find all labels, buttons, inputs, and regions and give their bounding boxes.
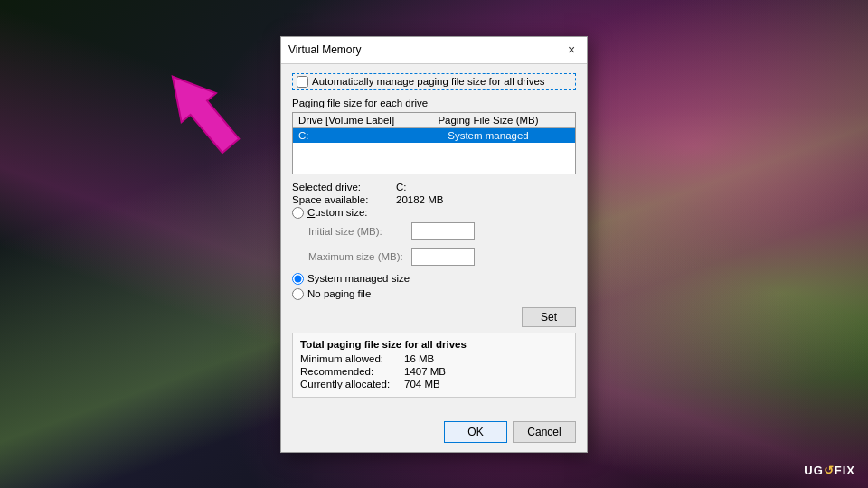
custom-size-radio[interactable] xyxy=(292,207,304,219)
drive-table-row[interactable]: C: System managed xyxy=(293,128,575,143)
drive-table: Drive [Volume Label] Paging File Size (M… xyxy=(292,112,576,174)
virtual-memory-dialog: Virtual Memory × Automatically manage pa… xyxy=(280,36,588,453)
ok-button[interactable]: OK xyxy=(444,421,507,443)
auto-manage-label: Automatically manage paging file size fo… xyxy=(312,76,545,87)
recommended-label: Recommended: xyxy=(300,366,404,377)
maximum-size-input[interactable] xyxy=(411,248,475,266)
recommended-value: 1407 MB xyxy=(404,366,446,377)
minimum-allowed-label: Minimum allowed: xyxy=(300,353,404,364)
recommended-row: Recommended: 1407 MB xyxy=(300,366,568,377)
drive-name-cell: C: xyxy=(298,130,407,141)
drive-table-body: C: System managed xyxy=(293,128,575,174)
space-available-row: Space available: 20182 MB xyxy=(292,194,576,205)
maximum-size-label: Maximum size (MB): xyxy=(308,251,408,262)
no-paging-radio-row: No paging file xyxy=(292,288,576,300)
minimum-allowed-value: 16 MB xyxy=(404,353,434,364)
dialog-title: Virtual Memory xyxy=(288,43,361,56)
selected-drive-row: Selected drive: C: xyxy=(292,182,576,192)
system-managed-label[interactable]: System managed size xyxy=(307,273,410,284)
initial-size-row: Initial size (MB): xyxy=(292,222,576,240)
auto-manage-checkbox[interactable] xyxy=(297,76,308,88)
currently-allocated-row: Currently allocated: 704 MB xyxy=(300,379,568,389)
cancel-button[interactable]: Cancel xyxy=(513,421,576,443)
maximum-size-row: Maximum size (MB): xyxy=(292,248,576,266)
auto-manage-row: Automatically manage paging file size fo… xyxy=(292,73,576,90)
drive-paging-cell: System managed xyxy=(407,130,570,141)
selected-drive-value: C: xyxy=(396,182,407,192)
dialog-overlay: Virtual Memory × Automatically manage pa… xyxy=(0,0,868,488)
space-available-value: 20182 MB xyxy=(396,194,443,205)
no-paging-radio[interactable] xyxy=(292,288,304,300)
custom-size-label[interactable]: Custom size: xyxy=(307,207,367,218)
set-button-row: Set xyxy=(292,307,576,327)
currently-allocated-value: 704 MB xyxy=(404,379,440,389)
col-drive-header: Drive [Volume Label] xyxy=(298,115,407,126)
system-managed-radio[interactable] xyxy=(292,273,304,285)
no-paging-label[interactable]: No paging file xyxy=(307,288,371,299)
selected-drive-label: Selected drive: xyxy=(292,182,396,192)
total-paging-section: Total paging file size for all drives Mi… xyxy=(292,333,576,398)
drive-table-header: Drive [Volume Label] Paging File Size (M… xyxy=(293,113,575,128)
minimum-allowed-row: Minimum allowed: 16 MB xyxy=(300,353,568,364)
dialog-titlebar: Virtual Memory × xyxy=(281,37,587,64)
initial-size-label: Initial size (MB): xyxy=(308,226,408,237)
total-paging-title: Total paging file size for all drives xyxy=(300,339,568,350)
dialog-body: Automatically manage paging file size fo… xyxy=(281,64,587,416)
initial-size-input[interactable] xyxy=(411,222,475,240)
paging-section-label: Paging file size for each drive xyxy=(292,98,576,108)
system-managed-radio-row: System managed size xyxy=(292,273,576,285)
custom-size-radio-row: Custom size: xyxy=(292,207,576,219)
col-paging-header: Paging File Size (MB) xyxy=(407,115,570,126)
currently-allocated-label: Currently allocated: xyxy=(300,379,404,389)
dialog-footer: OK Cancel xyxy=(281,416,587,452)
radio-group: Custom size: Initial size (MB): Maximum … xyxy=(292,207,576,300)
close-button[interactable]: × xyxy=(563,42,580,58)
space-available-label: Space available: xyxy=(292,194,396,205)
set-button[interactable]: Set xyxy=(522,307,576,327)
